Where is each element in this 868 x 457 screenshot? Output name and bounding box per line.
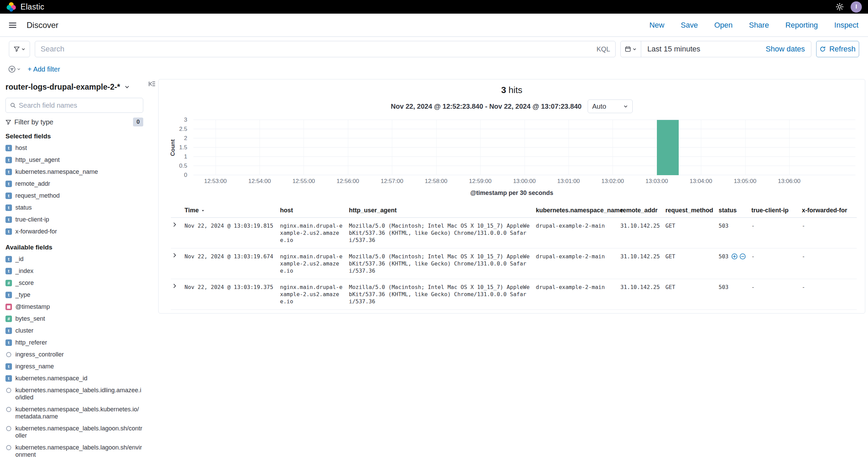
column-header[interactable]: remote_addr	[620, 203, 665, 217]
field-item[interactable]: _type	[5, 289, 143, 301]
field-type-icon	[5, 169, 12, 175]
expand-column-header	[171, 203, 185, 217]
filter-out-value-icon[interactable]	[739, 253, 746, 260]
field-name: ingress_name	[15, 363, 54, 370]
time-range-value[interactable]: Last 15 minutes	[647, 45, 700, 54]
interval-select[interactable]: Auto	[588, 100, 633, 113]
cell-host: nginx.main.drupal-example-2.us2.amazee.i…	[280, 218, 349, 248]
show-dates-button[interactable]: Show dates	[766, 45, 805, 54]
field-item[interactable]: _score	[5, 277, 143, 289]
selected-fields-label: Selected fields	[5, 133, 143, 140]
field-item[interactable]: ingress_controller	[5, 349, 143, 361]
global-header: Elastic I	[0, 0, 868, 14]
chart-time-range: Nov 22, 2024 @ 12:52:23.840 - Nov 22, 20…	[391, 103, 582, 110]
field-item[interactable]: http_user_agent	[5, 154, 143, 166]
refresh-button[interactable]: Refresh	[816, 41, 859, 57]
hits-label: hits	[509, 85, 522, 95]
field-item[interactable]: _id	[5, 253, 143, 265]
page-title: Discover	[27, 20, 58, 30]
field-search-input[interactable]	[19, 98, 139, 112]
field-type-icon	[5, 157, 12, 163]
field-item[interactable]: kubernetes.namespace_labels.lagoon.sh/en…	[5, 442, 143, 457]
field-item[interactable]: _index	[5, 265, 143, 277]
menu-toggle-button[interactable]	[0, 14, 25, 36]
sort-descending-icon[interactable]	[201, 209, 205, 213]
expand-row-button[interactable]	[172, 252, 178, 258]
chevron-down-icon	[632, 47, 637, 51]
collapse-sidebar-button[interactable]	[149, 80, 156, 87]
filter-for-value-icon[interactable]	[731, 253, 738, 260]
field-type-icon	[6, 352, 11, 357]
nav-action-button[interactable]: Reporting	[785, 21, 818, 30]
field-item[interactable]: x-forwarded-for	[5, 226, 143, 238]
cell-x-forwarded-for: -	[802, 279, 857, 309]
query-language-button[interactable]: KQL	[597, 45, 610, 53]
chevron-right-icon	[172, 283, 178, 289]
column-header[interactable]: status	[719, 203, 751, 217]
field-item[interactable]: cluster	[5, 325, 143, 337]
add-filter-button[interactable]: + Add filter	[28, 65, 60, 73]
field-name: kubernetes.namespace_name	[15, 168, 98, 176]
column-header[interactable]: request_method	[665, 203, 719, 217]
field-item[interactable]: request_method	[5, 190, 143, 202]
column-header[interactable]: http_user_agent	[349, 203, 536, 217]
column-header[interactable]: x-forwarded-for	[802, 203, 857, 217]
filter-icon	[14, 46, 20, 52]
field-item[interactable]: http_referer	[5, 337, 143, 349]
query-bar: KQL Last 15 minutes Show dates Refresh	[0, 37, 868, 61]
expand-row-button[interactable]	[172, 222, 178, 228]
field-type-icon	[5, 316, 12, 322]
cell-status: 503	[719, 279, 751, 309]
field-name: bytes_sent	[15, 315, 45, 322]
nav-action-button[interactable]: New	[649, 21, 664, 30]
saved-query-menu-button[interactable]	[9, 41, 30, 57]
column-header[interactable]: kubernetes.namespace_name	[536, 203, 620, 217]
nav-action-button[interactable]: Open	[714, 21, 733, 30]
refresh-icon	[820, 46, 826, 52]
fields-sidebar: router-logs-drupal-example-2-*	[0, 77, 158, 457]
histogram-bar[interactable]	[657, 120, 679, 175]
cell-http-user-agent: Mozilla/5.0 (Macintosh; Intel Mac OS X 1…	[349, 279, 536, 309]
content-area: router-logs-drupal-example-2-*	[0, 77, 868, 457]
search-input[interactable]	[35, 41, 616, 57]
nav-action-button[interactable]: Inspect	[834, 21, 858, 30]
date-picker-menu-button[interactable]	[621, 41, 641, 57]
filter-menu-button[interactable]	[8, 65, 21, 73]
chart-header: Nov 22, 2024 @ 12:52:23.840 - Nov 22, 20…	[159, 100, 865, 113]
field-item[interactable]: remote_addr	[5, 178, 143, 190]
settings-icon[interactable]	[836, 3, 844, 11]
field-name: kubernetes.namespace_id	[15, 375, 87, 382]
user-avatar[interactable]: I	[851, 1, 862, 13]
field-item[interactable]: kubernetes.namespace_labels.lagoon.sh/co…	[5, 423, 143, 442]
column-header[interactable]: true-client-ip	[751, 203, 802, 217]
column-header[interactable]: host	[280, 203, 349, 217]
column-header[interactable]: Time	[185, 203, 280, 217]
field-type-icon	[6, 445, 11, 450]
brand-name: Elastic	[20, 2, 44, 12]
expand-row-button[interactable]	[172, 283, 178, 289]
chart-plot[interactable]	[193, 120, 855, 175]
cell-true-client-ip: -	[751, 279, 802, 309]
field-item[interactable]: @timestamp	[5, 301, 143, 313]
field-item[interactable]: ingress_name	[5, 361, 143, 372]
field-item[interactable]: bytes_sent	[5, 313, 143, 325]
field-item[interactable]: kubernetes.namespace_name	[5, 166, 143, 178]
cell-status: 503	[719, 248, 751, 279]
field-type-icon	[5, 292, 12, 298]
field-name: _type	[15, 291, 30, 299]
nav-action-button[interactable]: Save	[681, 21, 698, 30]
field-name: status	[15, 204, 32, 211]
query-input-wrap: KQL	[35, 41, 616, 57]
index-pattern-title[interactable]: router-logs-drupal-example-2-*	[5, 82, 120, 92]
field-item[interactable]: true-client-ip	[5, 214, 143, 226]
field-item[interactable]: kubernetes.namespace_labels.kubernetes.i…	[5, 403, 143, 423]
filter-by-type-button[interactable]: Filter by type 0	[5, 118, 143, 126]
field-item[interactable]: status	[5, 202, 143, 214]
field-item[interactable]: host	[5, 142, 143, 154]
index-pattern-switcher-button[interactable]	[124, 84, 130, 90]
field-item[interactable]: kubernetes.namespace_labels.idling.amaze…	[5, 384, 143, 403]
field-item[interactable]: kubernetes.namespace_id	[5, 372, 143, 384]
elastic-home-link[interactable]: Elastic	[6, 2, 44, 12]
field-type-icon	[6, 426, 11, 431]
nav-action-button[interactable]: Share	[749, 21, 769, 30]
